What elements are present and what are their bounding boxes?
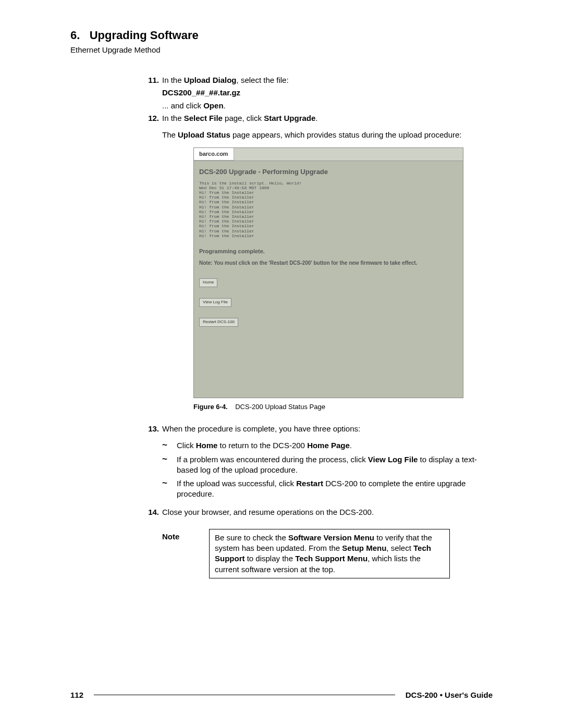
heading-number: 6. xyxy=(70,29,80,42)
figure-lead: Figure 6-4. xyxy=(193,403,228,411)
page-footer: 112 DCS-200 • User's Guide xyxy=(70,690,493,699)
screenshot-note: Note: You must click on the 'Restart DCS… xyxy=(199,260,458,267)
screenshot-title: DCS-200 Upgrade - Performing Upgrade xyxy=(199,167,458,177)
step-text: Close your browser, and resume operation… xyxy=(162,507,493,517)
step-number: 13. xyxy=(143,424,162,434)
bullet-mark: ~ xyxy=(162,454,177,476)
footer-rule xyxy=(94,695,395,695)
screenshot-programming-complete: Programming complete. xyxy=(199,248,458,255)
step-number: 12. xyxy=(143,113,162,124)
bullet-text: If the upload was successful, click Rest… xyxy=(177,478,493,500)
bullet-text: If a problem was encountered during the … xyxy=(177,454,493,476)
note-label: Note xyxy=(162,529,209,541)
bullet-mark: ~ xyxy=(162,478,177,500)
screenshot-home-button: Home xyxy=(199,278,217,287)
heading-title: Upgrading Software xyxy=(90,29,199,42)
upload-filename: DCS200_##_##.tar.gz xyxy=(162,88,493,98)
screenshot-viewlog-button: View Log File xyxy=(199,298,231,307)
screenshot-tabbar: barco.com xyxy=(194,148,463,161)
note-block: Note Be sure to check the Software Versi… xyxy=(162,529,493,578)
step-11: 11. In the Upload Dialog, select the fil… xyxy=(143,75,493,85)
figure-text: DCS-200 Upload Status Page xyxy=(235,403,325,411)
upload-status-screenshot: barco.com DCS-200 Upgrade - Performing U… xyxy=(193,147,463,398)
step-12: 12. In the Select File page, click Start… xyxy=(143,113,493,124)
step-number: 14. xyxy=(143,507,162,517)
section-subheading: Ethernet Upgrade Method xyxy=(70,45,493,54)
bullet-text: Click Home to return to the DCS-200 Home… xyxy=(177,440,493,451)
step-12-detail: The Upload Status page appears, which pr… xyxy=(162,130,493,140)
screenshot-log: This is the install script. Hello, World… xyxy=(199,181,458,238)
note-box: Be sure to check the Software Version Me… xyxy=(209,529,450,578)
step-number: 11. xyxy=(143,75,162,85)
chapter-heading: 6. Upgrading Software xyxy=(70,29,493,42)
step-text: In the Select File page, click Start Upg… xyxy=(162,113,493,124)
screenshot-restart-button: Restart DCS-100 xyxy=(199,318,238,327)
bullet-3: ~ If the upload was successful, click Re… xyxy=(162,478,493,500)
step-13: 13. When the procedure is complete, you … xyxy=(143,424,493,434)
step-14: 14. Close your browser, and resume opera… xyxy=(143,507,493,517)
step-11-cont: ... and click Open. xyxy=(162,101,493,111)
step-text: In the Upload Dialog, select the file: xyxy=(162,75,493,85)
figure-caption: Figure 6-4. DCS-200 Upload Status Page xyxy=(193,402,493,412)
step-text: When the procedure is complete, you have… xyxy=(162,424,493,434)
bullet-2: ~ If a problem was encountered during th… xyxy=(162,454,493,476)
footer-doc-tag: DCS-200 • User's Guide xyxy=(406,690,493,699)
bullet-1: ~ Click Home to return to the DCS-200 Ho… xyxy=(162,440,493,451)
screenshot-tab: barco.com xyxy=(194,148,234,161)
bullet-mark: ~ xyxy=(162,440,177,451)
page-number: 112 xyxy=(70,690,83,699)
